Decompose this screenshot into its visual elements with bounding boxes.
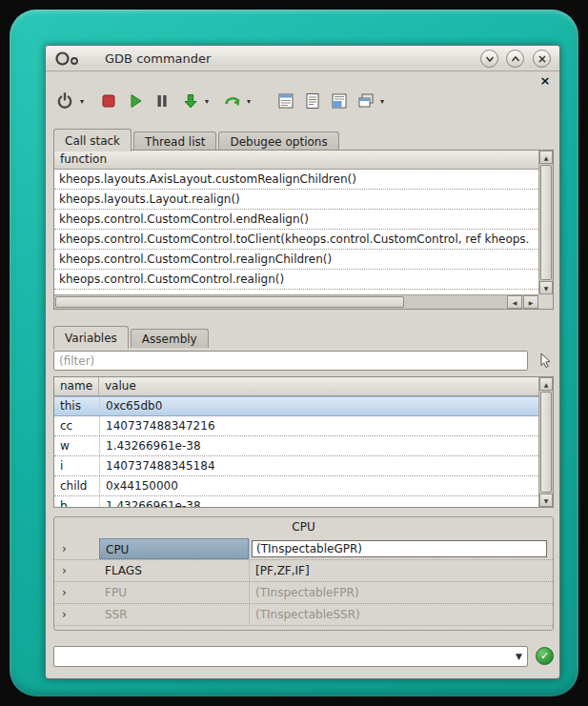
titlebar[interactable]: GDB commander [46, 46, 559, 71]
pause-button[interactable] [151, 90, 173, 112]
callstack-row[interactable]: kheops.layouts.Layout.realign() [54, 190, 538, 210]
pick-variable-button[interactable] [535, 350, 556, 371]
views-dropdown-icon[interactable]: ▾ [377, 97, 387, 106]
step-over-button[interactable] [221, 90, 244, 112]
gdb-commander-window: GDB commander × ▾ [45, 45, 560, 679]
power-dropdown-icon[interactable]: ▾ [77, 97, 87, 106]
callstack-rows: kheops.layouts.AxisLayout.customRealignC… [54, 170, 538, 294]
variable-value: 1.43266961e-38 [99, 496, 538, 507]
views-button[interactable] [355, 90, 377, 112]
scroll-left-icon[interactable]: ◀ [507, 295, 522, 309]
app-icon [54, 50, 81, 70]
scroll-down-icon[interactable]: ▼ [539, 281, 553, 294]
source-view-button[interactable] [301, 90, 324, 112]
combo-dropdown-icon[interactable]: ▼ [516, 652, 522, 661]
expander-icon[interactable]: › [62, 538, 67, 559]
register-group-value: (TInspectableGPR) [249, 538, 551, 559]
call-stack-panel: function kheops.layouts.AxisLayout.custo… [53, 150, 554, 310]
tab-debugee-options[interactable]: Debugee options [218, 131, 338, 151]
register-group-name[interactable]: FPU [99, 582, 249, 603]
close-button[interactable] [533, 50, 551, 68]
variable-value: 0xc65db0 [99, 397, 538, 415]
variables-vertical-scrollbar[interactable]: ▲ ▼ [538, 377, 553, 507]
callstack-vertical-scrollbar[interactable]: ▲ ▼ [538, 151, 553, 294]
cpu-register-row[interactable]: › FLAGS [PF,ZF,IF] [54, 560, 553, 582]
debug-tabs: Call stack Thread list Debugee options [53, 127, 341, 151]
step-over-dropdown-icon[interactable]: ▾ [244, 97, 253, 106]
scrollbar-thumb[interactable] [55, 296, 404, 308]
register-group-value: (TInspectableFPR) [249, 582, 551, 603]
pointer-icon [537, 352, 554, 369]
variable-name: w [54, 436, 99, 455]
expander-icon[interactable]: › [62, 582, 67, 603]
memory-view-button[interactable] [328, 90, 351, 112]
step-dropdown-icon[interactable]: ▾ [202, 97, 212, 106]
expander-icon[interactable]: › [62, 604, 67, 625]
filter-input[interactable] [53, 351, 528, 371]
register-group-name[interactable]: CPU [99, 538, 249, 559]
minimize-button[interactable] [480, 50, 498, 68]
run-button[interactable] [124, 90, 147, 112]
variable-row[interactable]: b 1.43266961e-38 [54, 496, 538, 507]
panel-close-icon[interactable]: × [538, 74, 552, 88]
tab-assembly[interactable]: Assembly [131, 329, 209, 348]
callstack-column-header[interactable]: function [54, 151, 538, 170]
variable-name: b [54, 496, 99, 507]
tab-variables[interactable]: Variables [53, 326, 129, 349]
check-icon: ✓ [540, 650, 549, 662]
callstack-row[interactable]: kheops.control.CustomControl.realignChil… [54, 250, 538, 270]
command-input[interactable] [56, 649, 508, 664]
variable-row[interactable]: cc 140737488347216 [54, 416, 538, 436]
variable-name: child [54, 476, 99, 495]
variable-value: 140737488345184 [99, 456, 538, 475]
cpu-register-row[interactable]: › SSR (TInspectableSSR) [54, 604, 553, 626]
register-group-name[interactable]: FLAGS [99, 560, 249, 581]
window-frame: GDB commander × ▾ [10, 10, 578, 696]
scrollbar-thumb[interactable] [540, 392, 552, 493]
tab-thread-list[interactable]: Thread list [133, 131, 216, 151]
pause-icon [152, 91, 172, 111]
variable-name: i [54, 456, 99, 475]
scrollbar-thumb[interactable] [540, 165, 552, 280]
register-group-value: (TInspectableSSR) [249, 604, 551, 625]
inspector-tabs: Variables Assembly [53, 324, 211, 348]
variable-value: 1.43266961e-38 [99, 436, 538, 455]
run-icon [126, 91, 145, 111]
variables-panel: name value this 0xc65db0 cc 140737488347… [53, 376, 554, 508]
stop-button[interactable] [97, 90, 120, 112]
desktop-background: GDB commander × ▾ [0, 0, 588, 706]
expander-icon[interactable]: › [62, 560, 67, 581]
step-button[interactable] [179, 90, 202, 112]
callstack-row[interactable]: kheops.control.CustomControl.toClient(kh… [54, 230, 538, 250]
scroll-right-icon[interactable]: ▶ [523, 295, 538, 309]
cpu-register-row[interactable]: › CPU (TInspectableGPR) [54, 538, 553, 560]
scroll-up-icon[interactable]: ▲ [539, 377, 553, 391]
callstack-horizontal-scrollbar[interactable]: ◀ ▶ [54, 294, 538, 309]
variables-rows: this 0xc65db0 cc 140737488347216 w 1.432… [54, 396, 538, 507]
register-group-name[interactable]: SSR [99, 604, 249, 625]
command-combobox[interactable]: ▼ [53, 646, 528, 667]
variable-row[interactable]: this 0xc65db0 [54, 396, 538, 416]
scroll-down-icon[interactable]: ▼ [539, 494, 553, 507]
register-value-editor[interactable]: (TInspectableGPR) [252, 540, 547, 557]
register-group-value: [PF,ZF,IF] [249, 560, 551, 581]
variables-column-headers: name value [54, 377, 538, 396]
power-button[interactable] [53, 90, 76, 112]
maximize-button[interactable] [506, 50, 524, 68]
send-command-button[interactable]: ✓ [536, 647, 554, 665]
value-column-header[interactable]: value [99, 377, 136, 395]
variable-row[interactable]: child 0x44150000 [54, 476, 538, 496]
callstack-row[interactable]: kheops.control.CustomControl.realign() [54, 270, 538, 290]
name-column-header[interactable]: name [54, 377, 99, 395]
callstack-row[interactable]: kheops.layouts.AxisLayout.customRealignC… [54, 170, 538, 190]
variable-name: this [54, 397, 99, 415]
variable-value: 0x44150000 [99, 476, 538, 495]
cpu-register-row[interactable]: › FPU (TInspectableFPR) [54, 582, 553, 604]
variable-row[interactable]: w 1.43266961e-38 [54, 436, 538, 456]
variable-value: 140737488347216 [99, 416, 538, 435]
tab-call-stack[interactable]: Call stack [53, 129, 132, 151]
scroll-up-icon[interactable]: ▲ [539, 151, 553, 164]
watch-list-button[interactable] [274, 90, 297, 112]
callstack-row[interactable]: kheops.control.CustomControl.endRealign(… [54, 210, 538, 230]
variable-row[interactable]: i 140737488345184 [54, 456, 538, 476]
